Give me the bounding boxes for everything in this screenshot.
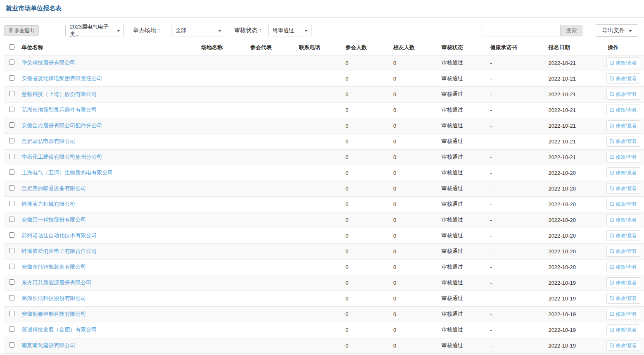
edit-view-button[interactable]: 修改/查看 xyxy=(606,199,640,210)
alumni-count-cell: 0 xyxy=(392,102,440,118)
row-checkbox[interactable] xyxy=(9,295,14,300)
search-input[interactable] xyxy=(482,25,560,36)
row-checkbox[interactable] xyxy=(9,154,14,159)
edit-view-button[interactable]: 修改/查看 xyxy=(606,246,640,257)
representative-cell xyxy=(249,86,297,102)
edit-view-button[interactable]: 修改/查看 xyxy=(606,105,640,115)
venue-select[interactable]: 全部 xyxy=(171,25,225,36)
edit-view-button[interactable]: 修改/查看 xyxy=(606,293,640,304)
signup-date-cell: 2022-10-19 xyxy=(547,291,606,306)
edit-view-button[interactable]: 修改/查看 xyxy=(606,136,640,147)
row-checkbox[interactable] xyxy=(9,75,14,81)
company-name-link[interactable]: 苏州诺达佳自动化技术有限公司 xyxy=(21,232,97,238)
health-pledge-cell: - xyxy=(489,165,547,181)
header-alumni-count: 校友人数 xyxy=(392,43,440,55)
edit-view-button[interactable]: 修改/查看 xyxy=(606,277,640,288)
company-name-link[interactable]: 合肥晶弘电器有限公司 xyxy=(21,138,75,144)
row-checkbox[interactable] xyxy=(9,311,14,316)
row-checkbox[interactable] xyxy=(9,60,14,65)
attendee-count-cell: 0 xyxy=(344,306,392,322)
edit-view-label: 修改/查看 xyxy=(615,169,637,176)
edit-view-button[interactable]: 修改/查看 xyxy=(606,230,640,241)
health-pledge-cell: - xyxy=(489,102,547,118)
row-checkbox[interactable] xyxy=(9,107,14,112)
registration-table-wrap: 单位名称 场地名称 参会代表 联系电话 参会人数 校友人数 审核状态 健康承诺书… xyxy=(0,43,644,354)
edit-view-button[interactable]: 修改/查看 xyxy=(606,324,640,335)
venue-cell xyxy=(200,55,249,71)
health-pledge-cell: - xyxy=(489,212,547,228)
status-select[interactable]: 终审通过 xyxy=(268,25,311,36)
signup-date-cell: 2022-10-19 xyxy=(547,275,606,291)
edit-view-button[interactable]: 修改/查看 xyxy=(606,262,640,272)
row-checkbox[interactable] xyxy=(9,138,14,143)
row-checkbox[interactable] xyxy=(9,201,14,206)
venue-cell xyxy=(200,212,249,228)
edit-view-button[interactable]: 修改/查看 xyxy=(606,89,640,100)
audit-status-cell: 审核通过 xyxy=(440,306,489,322)
select-all-checkbox[interactable] xyxy=(9,44,14,50)
venue-cell xyxy=(200,259,249,275)
edit-view-button[interactable]: 修改/查看 xyxy=(606,214,640,225)
attendee-count-cell: 0 xyxy=(344,338,392,353)
chevron-down-icon xyxy=(304,30,308,32)
company-name-link[interactable]: 安徽巨一科技股份有限公司 xyxy=(21,217,86,223)
edit-icon xyxy=(610,233,615,239)
attendee-count-cell: 0 xyxy=(344,118,392,133)
phone-cell xyxy=(297,275,344,291)
row-checkbox[interactable] xyxy=(9,248,14,253)
edit-view-button[interactable]: 修改/查看 xyxy=(606,340,640,351)
representative-cell xyxy=(249,133,297,149)
company-name-link[interactable]: 蚌埠依爱消防电子有限责任公司 xyxy=(21,248,97,254)
session-select[interactable]: 2023届电气电子类... xyxy=(65,25,124,36)
company-name-link[interactable]: 安徽合力股份有限公司配件分公司 xyxy=(21,122,102,129)
row-checkbox[interactable] xyxy=(9,264,14,269)
row-checkbox[interactable] xyxy=(9,279,14,285)
edit-view-button[interactable]: 修改/查看 xyxy=(606,73,640,84)
audit-status-cell: 审核通过 xyxy=(440,291,489,306)
edit-view-button[interactable]: 修改/查看 xyxy=(606,152,640,162)
export-button[interactable]: 导出文件 xyxy=(596,24,638,37)
phone-cell xyxy=(297,338,344,353)
company-name-link[interactable]: 安徽金纬智能装备有限公司 xyxy=(21,264,86,270)
row-checkbox[interactable] xyxy=(9,91,14,96)
alumni-count-cell: 0 xyxy=(392,118,440,133)
edit-view-button[interactable]: 修改/查看 xyxy=(606,183,640,194)
table-row: 苏州诺达佳自动化技术有限公司 0 0 审核通过 - 2022-10-20 修改/… xyxy=(4,228,644,243)
exit-meeting-button[interactable]: 参会退出 xyxy=(4,25,39,36)
toolbar: 参会退出 2023届电气电子类... 举办场地： 全部 审核状态： 终审通过 搜… xyxy=(0,24,644,37)
phone-cell xyxy=(297,55,344,71)
company-name-link[interactable]: 南京南化建设有限公司 xyxy=(21,342,75,348)
company-name-link[interactable]: 合肥美的暖通设备有限公司 xyxy=(21,185,86,191)
phone-cell xyxy=(297,306,344,322)
company-name-link[interactable]: 中石化工建设有限公司苏州分公司 xyxy=(21,154,102,160)
company-name-link[interactable]: 上海电气（五河）生物质热电有限公司 xyxy=(21,169,113,176)
row-checkbox[interactable] xyxy=(9,232,14,238)
alumni-count-cell: 0 xyxy=(392,259,440,275)
company-name-link[interactable]: 安徽省皖北煤电集团有限责任公司 xyxy=(21,75,102,81)
table-row: 慧勒科技（上海）股份有限公司 0 0 审核通过 - 2022-10-21 修改/… xyxy=(4,86,644,102)
row-checkbox[interactable] xyxy=(9,217,14,222)
search-button[interactable]: 搜索 xyxy=(560,25,582,36)
edit-view-label: 修改/查看 xyxy=(615,107,637,114)
company-name-link[interactable]: 华荣科技股份有限公司 xyxy=(21,60,75,66)
row-checkbox[interactable] xyxy=(9,122,14,128)
company-name-link[interactable]: 蚌埠液力机械有限公司 xyxy=(21,201,75,207)
edit-view-button[interactable]: 修改/查看 xyxy=(606,309,640,319)
row-checkbox[interactable] xyxy=(9,326,14,332)
row-checkbox[interactable] xyxy=(9,342,14,348)
edit-view-button[interactable]: 修改/查看 xyxy=(606,120,640,131)
attendee-count-cell: 0 xyxy=(344,228,392,243)
company-name-link[interactable]: 安徽熙泰智能科技有限公司 xyxy=(21,311,86,317)
company-name-link[interactable]: 东方日升新能源股份有限公司 xyxy=(21,279,91,286)
company-name-link[interactable]: 善诚科技发展（合肥）有限公司 xyxy=(21,326,97,333)
edit-view-button[interactable]: 修改/查看 xyxy=(606,167,640,178)
representative-cell xyxy=(249,181,297,196)
company-name-link[interactable]: 慧勒科技（上海）股份有限公司 xyxy=(21,91,97,97)
edit-view-button[interactable]: 修改/查看 xyxy=(606,57,640,68)
row-checkbox[interactable] xyxy=(9,185,14,191)
company-name-link[interactable]: 芜湖长信新型显示器件有限公司 xyxy=(21,107,97,113)
row-checkbox[interactable] xyxy=(9,169,14,175)
audit-status-cell: 审核通过 xyxy=(440,228,489,243)
status-select-value: 终审通过 xyxy=(273,27,294,34)
company-name-link[interactable]: 芜湖长信科技股份有限公司 xyxy=(21,295,86,301)
